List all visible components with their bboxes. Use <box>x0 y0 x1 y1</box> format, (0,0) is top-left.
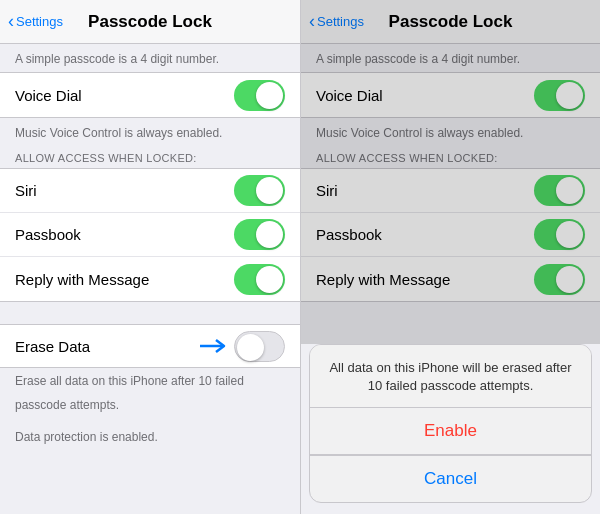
dialog-overlay: All data on this iPhone will be erased a… <box>301 344 600 514</box>
left-voice-dial-row: Voice Dial <box>0 73 300 117</box>
left-voice-dial-toggle[interactable] <box>234 80 285 111</box>
dialog-backdrop <box>301 44 600 344</box>
left-nav-title: Passcode Lock <box>88 12 212 32</box>
right-panel: ‹ Settings Passcode Lock A simple passco… <box>300 0 600 514</box>
left-voice-dial-label: Voice Dial <box>15 87 82 104</box>
left-voice-dial-knob <box>256 82 283 109</box>
left-content: A simple passcode is a 4 digit number. V… <box>0 44 300 514</box>
left-reply-knob <box>256 266 283 293</box>
left-erase-arrow-container <box>200 331 285 362</box>
left-passbook-knob <box>256 221 283 248</box>
left-section-header: ALLOW ACCESS WHEN LOCKED: <box>0 146 300 168</box>
left-back-button[interactable]: ‹ Settings <box>8 11 63 32</box>
confirm-dialog: All data on this iPhone will be erased a… <box>309 344 592 503</box>
left-nav-bar: ‹ Settings Passcode Lock <box>0 0 300 44</box>
left-siri-row: Siri <box>0 169 300 213</box>
left-siri-label: Siri <box>15 182 37 199</box>
left-reply-toggle[interactable] <box>234 264 285 295</box>
left-back-label: Settings <box>16 14 63 29</box>
cancel-button[interactable]: Cancel <box>310 456 591 502</box>
left-blue-arrow-icon <box>200 339 228 353</box>
left-erase-desc2: passcode attempts. <box>0 392 300 416</box>
left-chevron-icon: ‹ <box>8 11 14 32</box>
left-erase-desc3: Data protection is enabled. <box>0 424 300 448</box>
left-panel: ‹ Settings Passcode Lock A simple passco… <box>0 0 300 514</box>
left-description: A simple passcode is a 4 digit number. <box>0 44 300 72</box>
left-voice-dial-group: Voice Dial <box>0 72 300 118</box>
left-reply-row: Reply with Message <box>0 257 300 301</box>
left-passbook-row: Passbook <box>0 213 300 257</box>
left-erase-row: Erase Data <box>0 324 300 368</box>
left-lock-group: Siri Passbook Reply with Message <box>0 168 300 302</box>
dialog-message: All data on this iPhone will be erased a… <box>310 345 591 407</box>
left-siri-knob <box>256 177 283 204</box>
left-erase-toggle[interactable] <box>234 331 285 362</box>
left-erase-desc1: Erase all data on this iPhone after 10 f… <box>0 368 300 392</box>
left-voice-note: Music Voice Control is always enabled. <box>0 118 300 146</box>
enable-button[interactable]: Enable <box>310 408 591 455</box>
left-passbook-label: Passbook <box>15 226 81 243</box>
left-erase-label: Erase Data <box>15 338 90 355</box>
left-reply-label: Reply with Message <box>15 271 149 288</box>
left-passbook-toggle[interactable] <box>234 219 285 250</box>
left-erase-knob <box>237 334 264 361</box>
left-siri-toggle[interactable] <box>234 175 285 206</box>
